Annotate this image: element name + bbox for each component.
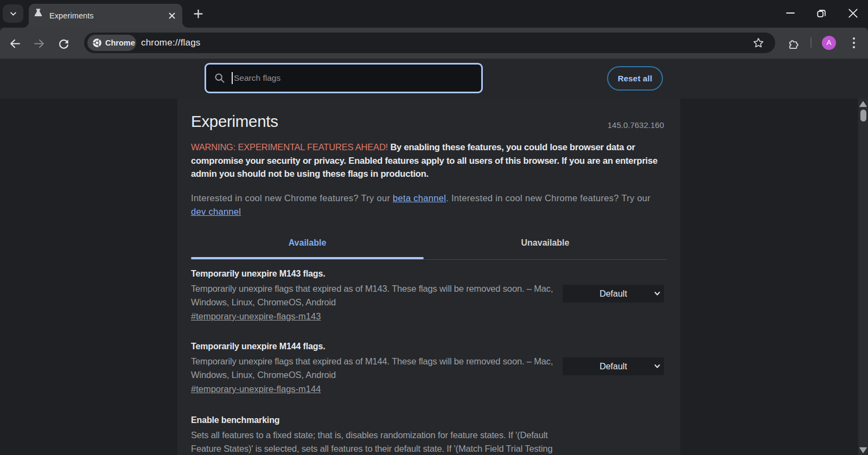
titlebar: Experiments xyxy=(0,0,868,28)
chevron-down-icon xyxy=(10,10,17,17)
promo-text: Interested in cool new Chrome features? … xyxy=(191,193,393,203)
search-icon xyxy=(214,73,225,84)
tab-search-button[interactable] xyxy=(3,4,23,23)
minimize-button[interactable] xyxy=(778,0,803,26)
plus-icon xyxy=(194,9,203,18)
forward-arrow-icon xyxy=(34,38,45,49)
promo-text: . Interested in cool new Chrome features… xyxy=(446,193,650,203)
flask-icon xyxy=(34,8,43,17)
warning-line: By enabling these features, you could lo… xyxy=(390,142,635,152)
tab-title: Experiments xyxy=(49,4,94,28)
kebab-dot xyxy=(853,37,855,40)
reset-all-button[interactable]: Reset all xyxy=(607,66,663,91)
bookmark-star-icon[interactable] xyxy=(753,37,764,48)
restore-icon xyxy=(817,9,826,17)
dev-channel-link[interactable]: dev channel xyxy=(191,207,241,216)
minimize-icon xyxy=(786,9,795,17)
flag-title: Enable benchmarking xyxy=(191,415,279,425)
reload-button[interactable] xyxy=(58,37,69,49)
scroll-up-arrow[interactable] xyxy=(859,101,867,107)
flag-permalink[interactable]: #temporary-unexpire-flags-m144 xyxy=(191,384,321,394)
site-chip-label: Chrome xyxy=(105,35,135,51)
warning-line: compromise your security or privacy. Ena… xyxy=(191,154,658,168)
kebab-dot xyxy=(853,46,855,48)
search-placeholder: Search flags xyxy=(234,65,280,92)
text-caret xyxy=(232,72,233,84)
forward-button[interactable] xyxy=(33,37,45,49)
tab-close-button[interactable] xyxy=(168,11,176,20)
maximize-button[interactable] xyxy=(809,0,834,26)
kebab-dot xyxy=(853,42,855,44)
page-title: Experiments xyxy=(191,112,278,131)
back-arrow-icon xyxy=(9,38,21,49)
scrollbar[interactable] xyxy=(858,99,868,455)
flags-page-body: Experiments 145.0.7632.160 WARNING: EXPE… xyxy=(0,99,868,455)
toolbar: Chrome chrome://flags A xyxy=(0,28,868,59)
scroll-down-arrow[interactable] xyxy=(859,447,867,453)
tab-unavailable[interactable]: Unavailable xyxy=(424,236,667,249)
warning-text: WARNING: EXPERIMENTAL FEATURES AHEAD! By… xyxy=(191,140,658,181)
flag-select[interactable]: Default xyxy=(563,285,664,303)
address-bar[interactable]: Chrome chrome://flags xyxy=(84,33,775,53)
url-text[interactable]: chrome://flags xyxy=(141,33,201,53)
close-window-button[interactable] xyxy=(840,0,865,26)
tab-available[interactable]: Available xyxy=(191,236,424,249)
back-button[interactable] xyxy=(9,37,21,49)
browser-tab[interactable]: Experiments xyxy=(29,4,182,28)
beta-channel-link[interactable]: beta channel xyxy=(393,193,446,203)
warning-label: WARNING: EXPERIMENTAL FEATURES AHEAD! xyxy=(191,142,388,152)
flag-select[interactable]: Default xyxy=(563,357,664,375)
extensions-icon[interactable] xyxy=(788,38,799,49)
flag-select-value: Default xyxy=(599,289,627,298)
chrome-logo-icon xyxy=(92,38,102,48)
profile-avatar[interactable]: A xyxy=(822,36,836,50)
menu-button[interactable] xyxy=(851,37,856,48)
channel-promo-text: Interested in cool new Chrome features? … xyxy=(191,191,668,218)
close-icon xyxy=(169,12,175,19)
flag-title: Temporarily unexpire M144 flags. xyxy=(191,342,325,351)
flag-title: Temporarily unexpire M143 flags. xyxy=(191,269,325,279)
tabs-divider xyxy=(191,259,667,260)
scrollbar-thumb[interactable] xyxy=(860,110,866,121)
toolbar-divider xyxy=(810,37,812,48)
flag-permalink[interactable]: #temporary-unexpire-flags-m143 xyxy=(191,311,321,322)
chevron-down-icon xyxy=(654,363,661,370)
flag-description: Sets all features to a fixed state; that… xyxy=(191,428,658,455)
version-number: 145.0.7632.160 xyxy=(608,120,664,130)
chevron-down-icon xyxy=(654,290,661,297)
close-icon xyxy=(848,9,858,18)
reload-icon xyxy=(58,38,69,49)
flags-content: Experiments 145.0.7632.160 WARNING: EXPE… xyxy=(177,99,680,455)
flag-select-value: Default xyxy=(599,362,627,371)
warning-line: admin you should not be using these flag… xyxy=(191,167,658,181)
site-chip[interactable]: Chrome xyxy=(87,35,136,51)
flags-search-header: Search flags Reset all xyxy=(0,59,868,99)
new-tab-button[interactable] xyxy=(189,5,207,22)
search-input[interactable]: Search flags xyxy=(205,63,483,93)
